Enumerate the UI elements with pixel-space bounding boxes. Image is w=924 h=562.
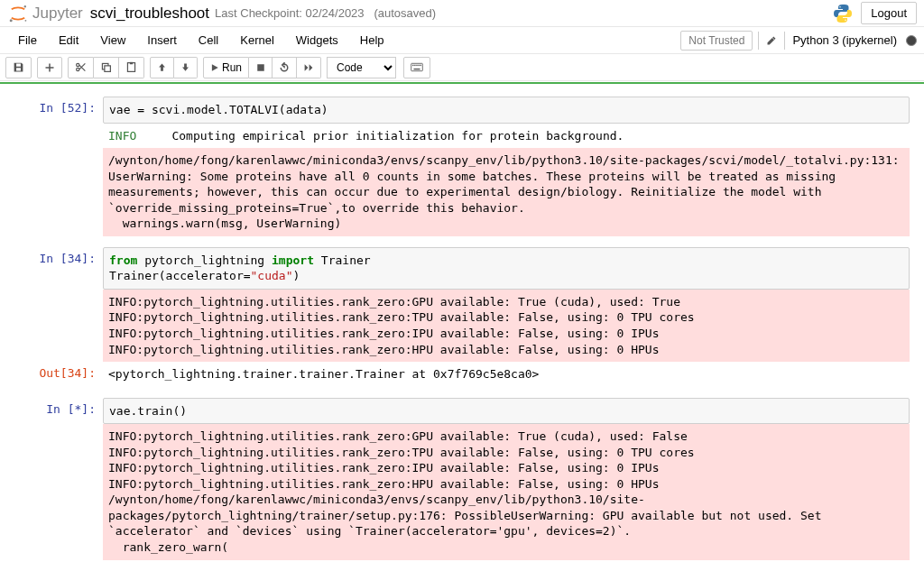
kernel-busy-icon (906, 35, 917, 46)
notebook-container: In [52]: vae = scvi.model.TOTALVI(adata)… (0, 84, 924, 562)
save-icon (13, 61, 24, 73)
menu-widgets[interactable]: Widgets (285, 28, 349, 52)
paste-icon (125, 61, 137, 73)
svg-point-1 (10, 19, 13, 22)
insert-cell-button[interactable] (37, 57, 62, 78)
kernel-name[interactable]: Python 3 (ipykernel) (785, 30, 904, 51)
menu-edit[interactable]: Edit (48, 28, 89, 52)
save-button[interactable] (5, 57, 32, 78)
move-down-button[interactable] (174, 57, 198, 78)
svg-rect-4 (105, 66, 111, 72)
svg-rect-7 (257, 64, 264, 71)
play-icon (210, 63, 219, 72)
menu-help[interactable]: Help (349, 28, 395, 52)
toolbar: Run Code (0, 54, 924, 81)
svg-rect-8 (411, 63, 423, 70)
arrow-down-icon (180, 62, 190, 72)
svg-point-0 (24, 5, 26, 7)
python-icon (832, 3, 854, 24)
scissors-icon (75, 61, 87, 73)
output-stderr: INFO:pytorch_lightning.utilities.rank_ze… (103, 424, 910, 559)
code-cell[interactable]: In [34]: from pytorch_lightning import T… (14, 247, 910, 387)
menu-view[interactable]: View (89, 28, 136, 52)
arrow-up-icon (157, 62, 167, 72)
move-up-button[interactable] (150, 57, 174, 78)
not-trusted-badge[interactable]: Not Trusted (680, 31, 753, 51)
jupyter-logo[interactable]: Jupyter (7, 3, 83, 24)
keyboard-icon (411, 62, 423, 72)
command-palette-button[interactable] (403, 57, 430, 78)
output-result: <pytorch_lightning.trainer.trainer.Train… (103, 362, 910, 387)
menu-bar: File Edit View Insert Cell Kernel Widget… (0, 27, 924, 54)
paste-button[interactable] (119, 57, 144, 78)
svg-rect-10 (414, 65, 415, 66)
menu-cell[interactable]: Cell (188, 28, 229, 52)
plus-icon (44, 62, 55, 73)
svg-rect-14 (414, 69, 420, 69)
restart-icon (279, 62, 290, 73)
in-prompt: In [*]: (14, 398, 103, 425)
code-input[interactable]: from pytorch_lightning import Trainer Tr… (103, 247, 910, 290)
menu-kernel[interactable]: Kernel (229, 28, 285, 52)
notebook-name[interactable]: scvi_troubleshoot (90, 5, 209, 23)
cut-button[interactable] (68, 57, 94, 78)
code-input[interactable]: vae = scvi.model.TOTALVI(adata) (103, 97, 910, 124)
svg-point-2 (25, 19, 27, 21)
restart-run-all-button[interactable] (297, 57, 321, 78)
cell-type-select[interactable]: Code (327, 57, 396, 78)
copy-button[interactable] (94, 57, 119, 78)
output-stream: INFO Computing empirical prior initializ… (103, 124, 910, 149)
output-stderr: /wynton/home/fong/karenlawwc/miniconda3/… (103, 148, 910, 236)
output-stderr: INFO:pytorch_lightning.utilities.rank_ze… (103, 290, 910, 362)
jupyter-icon (7, 3, 29, 24)
edit-metadata-icon[interactable] (758, 32, 785, 50)
header-bar: Jupyter scvi_troubleshoot Last Checkpoin… (0, 0, 924, 27)
svg-rect-12 (418, 65, 419, 66)
svg-rect-6 (130, 62, 133, 64)
copy-icon (100, 61, 112, 73)
code-cell[interactable]: In [52]: vae = scvi.model.TOTALVI(adata)… (14, 97, 910, 236)
in-prompt: In [34]: (14, 247, 103, 290)
jupyter-text: Jupyter (32, 5, 83, 23)
code-input[interactable]: vae.train() (103, 398, 910, 425)
fast-forward-icon (303, 63, 314, 72)
restart-button[interactable] (273, 57, 297, 78)
svg-rect-9 (412, 65, 413, 66)
run-button[interactable]: Run (203, 57, 249, 78)
interrupt-button[interactable] (249, 57, 273, 78)
stop-icon (256, 63, 265, 72)
out-prompt: Out[34]: (14, 362, 103, 387)
logout-button[interactable]: Logout (861, 2, 917, 24)
menu-file[interactable]: File (7, 28, 48, 52)
in-prompt: In [52]: (14, 97, 103, 124)
checkpoint-text: Last Checkpoint: 02/24/2023 (autosaved) (215, 6, 436, 20)
svg-rect-13 (420, 65, 421, 66)
code-cell[interactable]: In [*]: vae.train() INFO:pytorch_lightni… (14, 398, 910, 562)
svg-rect-11 (416, 65, 417, 66)
menu-insert[interactable]: Insert (136, 28, 188, 52)
